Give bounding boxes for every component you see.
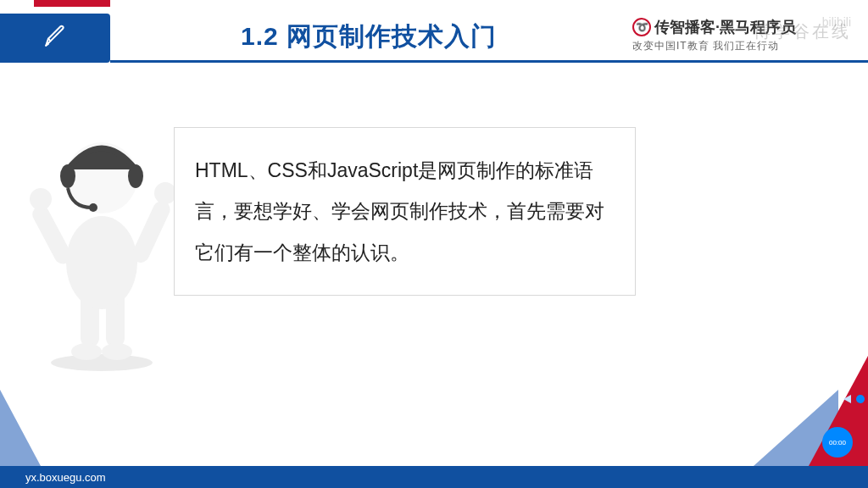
section-title: 1.2 网页制作技术入门: [241, 19, 497, 54]
section-tab: [0, 14, 110, 63]
character-illustration: [25, 119, 178, 373]
title-area: 1.2 网页制作技术入门: [110, 14, 627, 63]
brand-area: ➰ 传智播客·黑马程序员 改变中国IT教育 我们正在行动: [627, 14, 868, 63]
svg-point-3: [71, 343, 102, 360]
top-accent-bar: [34, 0, 110, 7]
svg-point-5: [66, 216, 137, 309]
content-paragraph: HTML、CSS和JavaScript是网页制作的标准语言，要想学好、学会网页制…: [195, 159, 604, 263]
svg-point-13: [89, 203, 97, 212]
brand-logo-icon: ➰: [632, 18, 651, 36]
play-timestamp-bubble[interactable]: 00:00: [822, 427, 853, 458]
pencil-icon: [40, 21, 70, 55]
svg-point-12: [128, 164, 143, 188]
footer-bar: yx.boxuegu.com: [0, 466, 868, 488]
decoration-triangle-left: [0, 390, 41, 466]
play-timestamp: 00:00: [829, 439, 846, 446]
svg-point-11: [60, 164, 75, 188]
svg-rect-7: [130, 198, 173, 265]
svg-point-4: [102, 343, 132, 360]
svg-rect-6: [30, 202, 75, 267]
header: 1.2 网页制作技术入门 ➰ 传智播客·黑马程序员 改变中国IT教育 我们正在行…: [0, 14, 868, 63]
svg-point-0: [51, 354, 153, 371]
content-box: HTML、CSS和JavaScript是网页制作的标准语言，要想学好、学会网页制…: [174, 127, 636, 296]
svg-point-8: [30, 188, 52, 210]
footer-url: yx.boxuegu.com: [25, 471, 106, 484]
brand-tagline: 改变中国IT教育 我们正在行动: [632, 39, 860, 53]
decoration-dots: [843, 395, 865, 403]
brand-name: 传智播客·黑马程序员: [654, 17, 796, 37]
